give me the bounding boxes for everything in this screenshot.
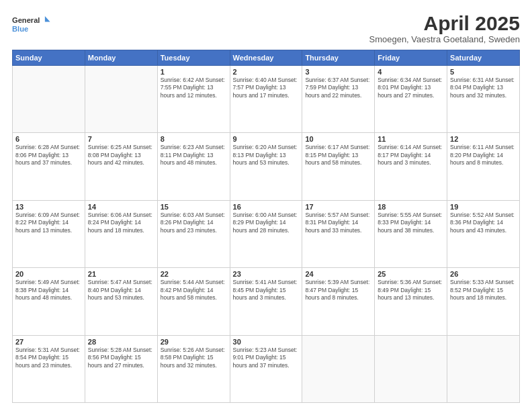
day-header: Friday: [375, 50, 447, 66]
calendar-header-row: SundayMondayTuesdayWednesdayThursdayFrid…: [13, 50, 520, 66]
day-info: Sunrise: 5:28 AM Sunset: 8:56 PM Dayligh…: [88, 347, 154, 369]
calendar-cell: 30Sunrise: 5:23 AM Sunset: 9:01 PM Dayli…: [230, 335, 302, 402]
calendar-cell: 28Sunrise: 5:28 AM Sunset: 8:56 PM Dayli…: [85, 335, 157, 402]
day-info: Sunrise: 5:52 AM Sunset: 8:36 PM Dayligh…: [450, 212, 517, 234]
svg-text:General: General: [12, 16, 40, 24]
day-info: Sunrise: 5:31 AM Sunset: 8:54 PM Dayligh…: [15, 347, 82, 369]
day-info: Sunrise: 6:14 AM Sunset: 8:17 PM Dayligh…: [378, 144, 444, 167]
calendar-cell: [375, 335, 447, 402]
calendar-week-row: 1Sunrise: 6:42 AM Sunset: 7:55 PM Daylig…: [13, 66, 520, 133]
day-number: 27: [15, 338, 82, 346]
svg-marker-2: [45, 16, 50, 22]
day-number: 29: [161, 338, 227, 346]
day-number: 23: [233, 270, 300, 278]
day-number: 7: [88, 135, 154, 143]
day-info: Sunrise: 5:49 AM Sunset: 8:38 PM Dayligh…: [15, 279, 82, 302]
day-number: 12: [450, 135, 517, 143]
calendar-cell: 17Sunrise: 5:57 AM Sunset: 8:31 PM Dayli…: [302, 200, 375, 267]
header: General Blue April 2025 Smoegen, Vaestra…: [12, 12, 520, 44]
day-number: 8: [161, 135, 227, 143]
calendar-cell: [302, 335, 375, 402]
calendar-cell: 2Sunrise: 6:40 AM Sunset: 7:57 PM Daylig…: [230, 66, 302, 133]
day-number: 4: [378, 68, 444, 76]
day-info: Sunrise: 6:00 AM Sunset: 8:29 PM Dayligh…: [233, 212, 300, 234]
day-info: Sunrise: 6:23 AM Sunset: 8:11 PM Dayligh…: [161, 144, 227, 167]
day-info: Sunrise: 5:39 AM Sunset: 8:47 PM Dayligh…: [305, 279, 371, 302]
day-number: 9: [233, 135, 300, 143]
calendar-cell: 5Sunrise: 6:31 AM Sunset: 8:04 PM Daylig…: [447, 66, 520, 133]
day-header: Thursday: [302, 50, 375, 66]
day-header: Tuesday: [157, 50, 230, 66]
day-number: 1: [161, 68, 227, 76]
day-info: Sunrise: 5:23 AM Sunset: 9:01 PM Dayligh…: [233, 347, 300, 369]
day-info: Sunrise: 6:40 AM Sunset: 7:57 PM Dayligh…: [233, 77, 300, 99]
day-number: 25: [378, 270, 444, 278]
day-header: Sunday: [13, 50, 85, 66]
day-info: Sunrise: 5:47 AM Sunset: 8:40 PM Dayligh…: [88, 279, 154, 302]
calendar-cell: [85, 66, 157, 133]
day-info: Sunrise: 5:41 AM Sunset: 8:45 PM Dayligh…: [233, 279, 300, 302]
day-info: Sunrise: 6:25 AM Sunset: 8:08 PM Dayligh…: [88, 144, 154, 167]
day-number: 10: [305, 135, 371, 143]
day-info: Sunrise: 5:26 AM Sunset: 8:58 PM Dayligh…: [161, 347, 227, 369]
calendar-cell: 15Sunrise: 6:03 AM Sunset: 8:26 PM Dayli…: [157, 200, 230, 267]
day-info: Sunrise: 6:34 AM Sunset: 8:01 PM Dayligh…: [378, 77, 444, 99]
day-number: 14: [88, 203, 154, 211]
day-number: 16: [233, 203, 300, 211]
calendar-cell: 13Sunrise: 6:09 AM Sunset: 8:22 PM Dayli…: [13, 200, 85, 267]
day-number: 5: [450, 68, 517, 76]
day-info: Sunrise: 6:09 AM Sunset: 8:22 PM Dayligh…: [15, 212, 82, 234]
page: General Blue April 2025 Smoegen, Vaestra…: [0, 0, 532, 411]
calendar-cell: 23Sunrise: 5:41 AM Sunset: 8:45 PM Dayli…: [230, 268, 302, 335]
calendar-cell: 1Sunrise: 6:42 AM Sunset: 7:55 PM Daylig…: [157, 66, 230, 133]
calendar-title: April 2025: [369, 12, 520, 34]
day-number: 22: [161, 270, 227, 278]
calendar-cell: 20Sunrise: 5:49 AM Sunset: 8:38 PM Dayli…: [13, 268, 85, 335]
calendar-cell: 8Sunrise: 6:23 AM Sunset: 8:11 PM Daylig…: [157, 133, 230, 200]
calendar-cell: 26Sunrise: 5:33 AM Sunset: 8:52 PM Dayli…: [447, 268, 520, 335]
day-info: Sunrise: 6:20 AM Sunset: 8:13 PM Dayligh…: [233, 144, 300, 167]
day-number: 11: [378, 135, 444, 143]
calendar-cell: 19Sunrise: 5:52 AM Sunset: 8:36 PM Dayli…: [447, 200, 520, 267]
day-number: 28: [88, 338, 154, 346]
calendar-cell: 21Sunrise: 5:47 AM Sunset: 8:40 PM Dayli…: [85, 268, 157, 335]
day-info: Sunrise: 5:36 AM Sunset: 8:49 PM Dayligh…: [378, 279, 444, 302]
calendar-cell: 10Sunrise: 6:17 AM Sunset: 8:15 PM Dayli…: [302, 133, 375, 200]
calendar-cell: 7Sunrise: 6:25 AM Sunset: 8:08 PM Daylig…: [85, 133, 157, 200]
calendar-cell: 14Sunrise: 6:06 AM Sunset: 8:24 PM Dayli…: [85, 200, 157, 267]
calendar-cell: 11Sunrise: 6:14 AM Sunset: 8:17 PM Dayli…: [375, 133, 447, 200]
day-header: Saturday: [447, 50, 520, 66]
calendar-cell: 12Sunrise: 6:11 AM Sunset: 8:20 PM Dayli…: [447, 133, 520, 200]
logo-svg: General Blue: [12, 12, 52, 36]
day-info: Sunrise: 5:33 AM Sunset: 8:52 PM Dayligh…: [450, 279, 517, 302]
calendar-cell: 25Sunrise: 5:36 AM Sunset: 8:49 PM Dayli…: [375, 268, 447, 335]
day-info: Sunrise: 6:31 AM Sunset: 8:04 PM Dayligh…: [450, 77, 517, 99]
calendar-cell: 27Sunrise: 5:31 AM Sunset: 8:54 PM Dayli…: [13, 335, 85, 402]
calendar-table: SundayMondayTuesdayWednesdayThursdayFrid…: [12, 50, 520, 403]
day-number: 6: [15, 135, 82, 143]
day-number: 13: [15, 203, 82, 211]
day-info: Sunrise: 6:17 AM Sunset: 8:15 PM Dayligh…: [305, 144, 371, 167]
day-number: 18: [378, 203, 444, 211]
day-info: Sunrise: 5:57 AM Sunset: 8:31 PM Dayligh…: [305, 212, 371, 234]
calendar-cell: 24Sunrise: 5:39 AM Sunset: 8:47 PM Dayli…: [302, 268, 375, 335]
day-number: 2: [233, 68, 300, 76]
day-info: Sunrise: 6:11 AM Sunset: 8:20 PM Dayligh…: [450, 144, 517, 167]
day-number: 20: [15, 270, 82, 278]
calendar-cell: 18Sunrise: 5:55 AM Sunset: 8:33 PM Dayli…: [375, 200, 447, 267]
day-number: 19: [450, 203, 517, 211]
svg-text:Blue: Blue: [12, 25, 28, 33]
day-info: Sunrise: 6:03 AM Sunset: 8:26 PM Dayligh…: [161, 212, 227, 234]
day-number: 26: [450, 270, 517, 278]
day-info: Sunrise: 5:55 AM Sunset: 8:33 PM Dayligh…: [378, 212, 444, 234]
calendar-cell: 22Sunrise: 5:44 AM Sunset: 8:42 PM Dayli…: [157, 268, 230, 335]
calendar-cell: 3Sunrise: 6:37 AM Sunset: 7:59 PM Daylig…: [302, 66, 375, 133]
calendar-cell: 4Sunrise: 6:34 AM Sunset: 8:01 PM Daylig…: [375, 66, 447, 133]
day-header: Monday: [85, 50, 157, 66]
day-number: 21: [88, 270, 154, 278]
day-number: 15: [161, 203, 227, 211]
calendar-cell: 9Sunrise: 6:20 AM Sunset: 8:13 PM Daylig…: [230, 133, 302, 200]
calendar-week-row: 27Sunrise: 5:31 AM Sunset: 8:54 PM Dayli…: [13, 335, 520, 402]
day-number: 24: [305, 270, 371, 278]
calendar-cell: 16Sunrise: 6:00 AM Sunset: 8:29 PM Dayli…: [230, 200, 302, 267]
